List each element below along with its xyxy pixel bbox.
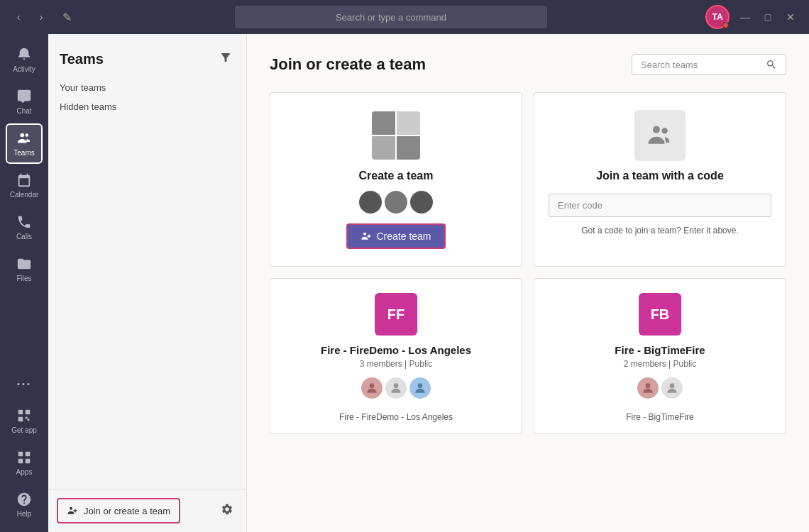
svg-point-11 bbox=[653, 126, 660, 133]
suggested-team-card-0: FF Fire - FireDemo - Los Angeles 3 membe… bbox=[270, 278, 522, 434]
calendar-icon bbox=[16, 172, 32, 188]
title-bar-left: ‹ › ✎ bbox=[9, 7, 77, 27]
bell-icon bbox=[16, 47, 32, 62]
title-bar: ‹ › ✎ TA — □ ✕ bbox=[0, 0, 809, 34]
help-icon bbox=[16, 492, 32, 507]
minimize-button[interactable]: — bbox=[735, 7, 755, 27]
person-icon-5 bbox=[665, 381, 679, 395]
search-icon bbox=[766, 59, 777, 70]
more-icon: ··· bbox=[16, 377, 31, 392]
member-avatar-4 bbox=[637, 377, 659, 399]
svg-point-1 bbox=[25, 133, 28, 137]
close-button[interactable]: ✕ bbox=[781, 7, 800, 27]
svg-point-12 bbox=[662, 128, 668, 133]
files-icon bbox=[16, 256, 32, 272]
sidebar-item-getapp[interactable]: Get app bbox=[6, 401, 43, 441]
back-button[interactable]: ‹ bbox=[9, 7, 28, 27]
svg-rect-6 bbox=[26, 452, 30, 456]
sidebar-item-activity[interactable]: Activity bbox=[6, 40, 43, 80]
team-name-1: Fire - BigTimeFire bbox=[615, 344, 705, 356]
sidebar-item-calls[interactable]: Calls bbox=[6, 207, 43, 248]
sidebar-item-chat[interactable]: Chat bbox=[6, 82, 43, 122]
svg-point-15 bbox=[418, 383, 423, 388]
content-header: Join or create a team bbox=[270, 54, 786, 75]
search-teams-input[interactable] bbox=[641, 60, 760, 70]
teams-panel-header: Teams bbox=[48, 34, 246, 77]
add-team-icon bbox=[361, 231, 372, 242]
svg-rect-8 bbox=[26, 459, 30, 463]
gear-icon bbox=[221, 503, 233, 516]
sidebar-item-help[interactable]: Help bbox=[6, 484, 43, 525]
member-avatar-3 bbox=[409, 377, 431, 399]
svg-point-10 bbox=[363, 233, 366, 235]
chat-icon bbox=[16, 89, 32, 104]
create-team-card: Create a team Create team bbox=[270, 92, 522, 267]
join-create-team-button[interactable]: Join or create a team bbox=[57, 498, 180, 523]
sidebar-item-files[interactable]: Files bbox=[6, 249, 43, 289]
avatar[interactable]: TA bbox=[705, 5, 730, 29]
phone-icon bbox=[16, 214, 32, 230]
svg-rect-7 bbox=[18, 459, 23, 463]
join-code-card: Join a team with a code Got a code to jo… bbox=[534, 92, 786, 267]
page-title: Join or create a team bbox=[270, 55, 426, 74]
team-meta-0: 3 members | Public bbox=[360, 359, 433, 369]
svg-rect-4 bbox=[18, 417, 23, 421]
nav-controls: ‹ › bbox=[9, 7, 51, 27]
team-meta-1: 2 members | Public bbox=[624, 359, 697, 369]
member-avatar-1 bbox=[361, 377, 383, 399]
forward-button[interactable]: › bbox=[31, 7, 51, 27]
team-label-0: Fire - FireDemo - Los Angeles bbox=[339, 412, 453, 422]
join-code-title: Join a team with a code bbox=[596, 170, 724, 182]
create-team-icon-area bbox=[370, 110, 422, 161]
svg-rect-5 bbox=[18, 452, 23, 456]
sidebar-item-calendar[interactable]: Calendar bbox=[6, 165, 43, 206]
svg-point-17 bbox=[670, 383, 675, 388]
title-bar-right: TA — □ ✕ bbox=[705, 5, 800, 29]
sidebar-item-apps[interactable]: Apps bbox=[6, 443, 43, 483]
create-team-button[interactable]: Create team bbox=[346, 223, 445, 249]
enter-code-input[interactable] bbox=[549, 194, 771, 217]
compose-button[interactable]: ✎ bbox=[57, 7, 77, 27]
teams-panel: Teams Your teams Hidden teams Join or cr… bbox=[48, 34, 247, 532]
team-label-1: Fire - BigTimeFire bbox=[626, 412, 694, 422]
svg-point-9 bbox=[70, 507, 72, 510]
svg-point-13 bbox=[370, 383, 375, 388]
person-icon-2 bbox=[389, 381, 403, 395]
hidden-teams-label[interactable]: Hidden teams bbox=[48, 96, 246, 115]
suggested-team-card-1: FB Fire - BigTimeFire 2 members | Public bbox=[534, 278, 786, 434]
team-name-0: Fire - FireDemo - Los Angeles bbox=[321, 344, 471, 356]
settings-button[interactable] bbox=[216, 499, 238, 523]
cards-grid: Create a team Create team bbox=[270, 92, 786, 434]
avatar-1 bbox=[359, 191, 382, 214]
join-create-icon bbox=[67, 505, 78, 516]
filter-button[interactable] bbox=[216, 48, 235, 70]
person-icon bbox=[365, 381, 379, 395]
teams-icon bbox=[16, 131, 32, 146]
sidebar-item-more[interactable]: ··· bbox=[6, 370, 43, 399]
your-teams-label[interactable]: Your teams bbox=[48, 77, 246, 96]
sidebar-item-teams[interactable]: Teams bbox=[6, 123, 43, 164]
team-logo-1: FB bbox=[639, 293, 681, 336]
svg-point-16 bbox=[646, 383, 651, 388]
sidebar-bottom: ··· Get app Apps bbox=[6, 370, 43, 532]
member-avatars-1 bbox=[637, 377, 683, 399]
avatar-3 bbox=[410, 191, 433, 214]
svg-point-14 bbox=[394, 383, 399, 388]
member-avatars-0 bbox=[361, 377, 431, 399]
create-team-title: Create a team bbox=[359, 170, 434, 182]
join-help-text: Got a code to join a team? Enter it abov… bbox=[581, 226, 738, 235]
teams-panel-footer: Join or create a team bbox=[48, 489, 246, 532]
main-content: Join or create a team bbox=[247, 34, 809, 532]
sidebar-icons: Activity Chat Teams Calendar bbox=[0, 34, 48, 532]
filter-icon bbox=[219, 51, 232, 64]
apps-icon bbox=[16, 450, 32, 465]
mosaic-icon bbox=[372, 111, 420, 160]
svg-rect-3 bbox=[26, 410, 30, 414]
status-dot bbox=[722, 22, 729, 28]
maximize-button[interactable]: □ bbox=[758, 7, 778, 27]
teams-panel-title: Teams bbox=[60, 51, 104, 67]
svg-point-0 bbox=[21, 133, 25, 138]
search-input[interactable] bbox=[235, 6, 547, 28]
search-teams-box[interactable] bbox=[632, 54, 786, 75]
getapp-icon bbox=[16, 408, 32, 423]
